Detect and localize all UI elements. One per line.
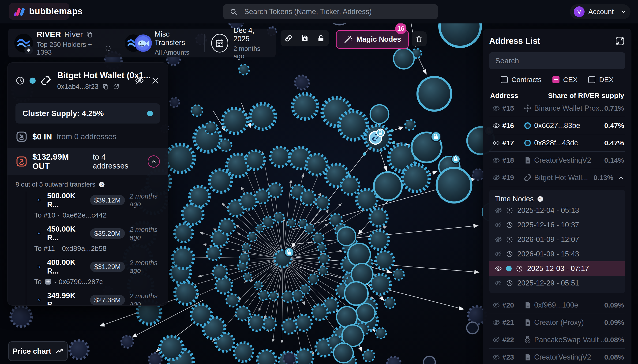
collapse-panel-icon[interactable] bbox=[615, 36, 625, 46]
account-label: Account bbox=[588, 8, 614, 16]
river-token-icon bbox=[34, 195, 43, 205]
eye-off-icon[interactable] bbox=[490, 156, 502, 164]
trash-icon bbox=[415, 35, 423, 43]
save-icon[interactable] bbox=[300, 34, 309, 42]
transfer-item[interactable]: 400.00K R...$31.29M2 months agoTo· 0x679… bbox=[34, 258, 168, 286]
time-node-row[interactable]: 2025-12-29 - 05:51 bbox=[489, 276, 625, 290]
address-filters: ContractsCEXDEX bbox=[489, 76, 625, 84]
address-row[interactable]: #19Bitget Hot Wall...0.13% bbox=[489, 169, 625, 186]
time-node-row[interactable]: 2025-12-03 - 07:17 bbox=[489, 261, 625, 276]
account-menu[interactable]: V Account bbox=[570, 4, 630, 19]
token-search-input[interactable] bbox=[223, 4, 438, 19]
address-row[interactable]: #170x828f...43dc0.47% bbox=[489, 134, 625, 152]
address-search-input[interactable] bbox=[489, 52, 625, 69]
eye-off-icon[interactable] bbox=[490, 319, 502, 326]
address-row[interactable]: #22PancakeSwap Vault ...0.08% bbox=[489, 331, 625, 348]
help-icon[interactable]: ? bbox=[99, 182, 105, 188]
address-row[interactable]: #18CreatorVestingV20.14% bbox=[489, 152, 625, 169]
token-summary[interactable]: RIVER River Top 250 Holders + 1393 bbox=[14, 30, 111, 56]
time-node-row[interactable]: 2026-01-09 - 15:43 bbox=[489, 247, 625, 261]
address-share: 0.71% bbox=[604, 104, 624, 112]
address-row[interactable]: #23CreatorVestingV20.08% bbox=[489, 348, 625, 364]
eye-off-icon[interactable] bbox=[495, 280, 502, 287]
transfer-mode[interactable]: Misc Transfers All Amounts bbox=[125, 30, 198, 56]
pancake-icon bbox=[521, 336, 534, 344]
magic-wand-icon bbox=[344, 35, 352, 44]
transfer-destination[interactable]: To #10 ·0xe62e...c442 bbox=[34, 211, 168, 219]
transfer-amount: 400.00K R... bbox=[47, 258, 86, 276]
address-row[interactable]: #21Creator (Proxy)0.09% bbox=[489, 314, 625, 331]
unlock-icon[interactable] bbox=[317, 34, 325, 42]
token-symbol: RIVER bbox=[36, 30, 61, 39]
avatar: V bbox=[574, 6, 584, 17]
time-node-datetime: 2025-12-04 - 05:13 bbox=[517, 206, 579, 215]
transfer-item[interactable]: 500.00K R...$39.12M2 months agoTo #10 ·0… bbox=[34, 192, 168, 219]
help-icon[interactable]: ? bbox=[537, 196, 544, 202]
brand-logo[interactable]: bubblemaps bbox=[9, 3, 70, 20]
address-row[interactable]: #160x6627...83be0.47% bbox=[489, 117, 625, 134]
hide-node-eye-off-icon[interactable] bbox=[135, 76, 144, 85]
collapse-outflows-button[interactable] bbox=[148, 156, 160, 168]
eye-icon[interactable] bbox=[490, 122, 502, 130]
eye-off-icon[interactable] bbox=[495, 222, 502, 228]
clear-map-button[interactable] bbox=[412, 32, 426, 46]
address-share: 0.09% bbox=[604, 318, 624, 326]
contract-icon bbox=[521, 353, 534, 361]
time-node-row[interactable]: 2025-12-04 - 05:13 bbox=[489, 203, 625, 218]
address-search bbox=[489, 52, 625, 69]
transfer-item[interactable]: 349.99K R...$27.38M2 months agoTo· 0xd49… bbox=[34, 291, 168, 306]
copy-icon[interactable] bbox=[86, 31, 93, 38]
eye-off-icon[interactable] bbox=[490, 354, 502, 361]
eye-off-icon[interactable] bbox=[495, 236, 502, 243]
transfer-item[interactable]: 450.00K R...$35.20M2 months agoTo #11 ·0… bbox=[34, 225, 168, 252]
chevron-up-icon[interactable] bbox=[618, 174, 624, 181]
eye-off-icon[interactable] bbox=[490, 336, 502, 344]
divider bbox=[118, 34, 118, 52]
address-share: 0.47% bbox=[604, 139, 624, 147]
bubblemaps-logo-icon bbox=[13, 6, 27, 17]
eye-icon[interactable] bbox=[495, 265, 502, 272]
copy-icon[interactable] bbox=[102, 83, 109, 90]
clock-icon bbox=[506, 280, 513, 287]
share-link-icon[interactable] bbox=[284, 34, 293, 42]
holders-summary[interactable]: Top 250 Holders + 1393 bbox=[36, 41, 102, 56]
external-link-icon[interactable] bbox=[113, 83, 120, 90]
time-nodes-panel: Time Nodes ? 2025-12-04 - 05:132025-12-1… bbox=[489, 190, 625, 293]
close-icon[interactable] bbox=[151, 76, 160, 85]
transfer-destination[interactable]: To· 0x6790...287c bbox=[34, 278, 168, 286]
outflow-row[interactable]: $132.99M OUT to 4 addresses bbox=[8, 148, 168, 175]
time-node-row[interactable]: 2025-12-16 - 10:37 bbox=[489, 218, 625, 232]
filter-contracts[interactable]: Contracts bbox=[501, 76, 542, 84]
filter-dex[interactable]: DEX bbox=[588, 76, 614, 84]
address-row[interactable]: #200xf969...100e0.09% bbox=[489, 296, 625, 314]
transfer-destination[interactable]: To #11 ·0xd89a...2b58 bbox=[34, 244, 168, 252]
divider bbox=[16, 97, 160, 97]
eye-off-icon[interactable] bbox=[495, 207, 502, 214]
address-name: 0x828f...43dc bbox=[534, 139, 604, 147]
eye-icon[interactable] bbox=[490, 139, 502, 147]
checkbox-indeterminate[interactable] bbox=[552, 76, 560, 83]
plus-icon bbox=[44, 278, 52, 285]
checkbox-unchecked[interactable] bbox=[501, 76, 508, 83]
eye-off-icon[interactable] bbox=[490, 174, 502, 182]
checkbox-unchecked[interactable] bbox=[588, 76, 595, 83]
filter-label: CEX bbox=[563, 76, 578, 84]
bubble-icon bbox=[521, 122, 534, 130]
column-share: Share of RIVER supply bbox=[548, 92, 624, 100]
price-chart-button[interactable]: Price chart bbox=[8, 341, 68, 361]
eye-off-icon[interactable] bbox=[490, 104, 502, 112]
address-rank: #15 bbox=[502, 104, 521, 112]
cluster-color-dot bbox=[30, 78, 36, 84]
chevron-down-icon bbox=[620, 8, 627, 15]
snapshot-date[interactable]: Dec 4, 2025 2 months ago bbox=[211, 26, 270, 60]
token-name: River bbox=[64, 30, 83, 39]
eye-off-icon[interactable] bbox=[495, 250, 502, 258]
filter-cex[interactable]: CEX bbox=[552, 76, 578, 84]
filter-label: Contracts bbox=[512, 76, 542, 84]
contract-icon bbox=[521, 156, 534, 164]
eye-off-icon[interactable] bbox=[490, 302, 502, 309]
svg-text:?: ? bbox=[539, 197, 541, 201]
address-name: CreatorVestingV2 bbox=[534, 353, 604, 362]
address-row[interactable]: #15Binance Wallet Prox...0.71% bbox=[489, 100, 625, 117]
time-node-row[interactable]: 2026-01-09 - 12:07 bbox=[489, 232, 625, 247]
